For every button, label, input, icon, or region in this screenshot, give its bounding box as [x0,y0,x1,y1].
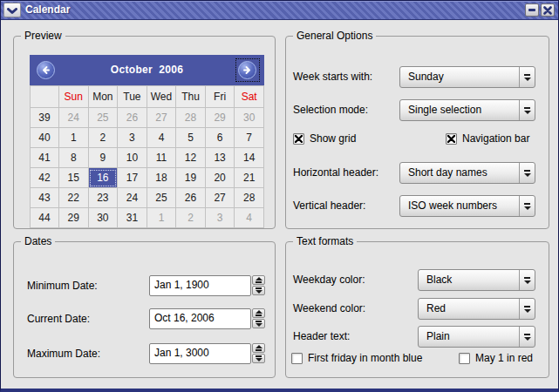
spin-up-button[interactable] [252,308,265,318]
day-cell[interactable]: 22 [59,188,89,208]
horizontal-header-combobox[interactable]: Short day names [399,162,535,184]
day-header: Mon [88,86,118,108]
day-cell[interactable]: 5 [176,128,206,148]
day-cell[interactable]: 31 [118,208,147,228]
general-options-group-title: General Options [293,30,376,42]
chevron-down-icon[interactable] [519,196,535,216]
text-formats-group-title: Text formats [293,235,357,247]
day-cell[interactable]: 18 [147,168,176,188]
day-cell-selected[interactable]: 16 [88,168,118,188]
day-cell[interactable]: 4 [235,208,264,228]
day-cell[interactable]: 30 [235,108,264,128]
day-cell[interactable]: 12 [176,148,206,168]
day-cell[interactable]: 14 [235,148,264,168]
minimize-button[interactable] [525,3,539,17]
day-cell[interactable]: 13 [205,148,235,168]
spin-up-button[interactable] [252,275,265,285]
navigation-bar-label: Navigation bar [462,132,529,146]
check-x-icon [447,135,455,143]
navigation-bar-checkbox[interactable] [446,133,457,145]
day-cell[interactable]: 19 [176,168,206,188]
chevron-down-icon[interactable] [519,67,535,87]
selection-mode-combobox[interactable]: Single selection [399,99,535,121]
day-cell[interactable]: 3 [205,208,235,228]
week-starts-with-combobox[interactable]: Sunday [399,66,535,88]
titlebar[interactable]: Calendar [1,1,558,20]
window-title: Calendar [25,1,70,19]
day-cell[interactable]: 2 [176,208,206,228]
close-icon [543,3,552,18]
day-cell[interactable]: 17 [118,168,147,188]
day-cell[interactable]: 28 [176,108,206,128]
vertical-header-combobox[interactable]: ISO week numbers [399,195,535,217]
day-cell[interactable]: 7 [235,128,264,148]
horizontal-header-label: Horizontal header: [293,162,378,184]
selection-mode-value: Single selection [408,100,481,120]
day-cell[interactable]: 15 [59,168,89,188]
week-number: 41 [31,148,59,168]
day-cell[interactable]: 6 [205,128,235,148]
spin-down-button[interactable] [252,286,265,295]
day-cell[interactable]: 21 [235,168,264,188]
chevron-down-icon[interactable] [519,100,535,120]
day-cell[interactable]: 26 [176,188,206,208]
weekday-color-label: Weekday color: [293,269,365,291]
day-cell[interactable]: 9 [88,148,118,168]
week-starts-with-value: Sunday [408,67,444,87]
day-cell[interactable]: 24 [118,188,147,208]
day-cell[interactable]: 2 [88,128,118,148]
weekday-color-combobox[interactable]: Black [418,269,535,291]
day-cell[interactable]: 24 [59,108,89,128]
spin-up-button[interactable] [252,343,265,353]
day-cell[interactable]: 28 [235,188,264,208]
day-cell[interactable]: 27 [147,108,176,128]
day-cell[interactable]: 26 [118,108,147,128]
week-starts-with-label: Week starts with: [293,66,372,88]
preview-group-title: Preview [21,30,65,42]
show-grid-label: Show grid [310,132,356,146]
day-cell[interactable]: 20 [205,168,235,188]
day-cell[interactable]: 1 [147,208,176,228]
chevron-down-icon[interactable] [519,270,535,290]
chevron-down-icon[interactable] [519,299,535,319]
chevron-down-icon [7,3,17,18]
day-cell[interactable]: 8 [59,148,89,168]
day-header: Tue [118,86,147,108]
day-cell[interactable]: 29 [205,108,235,128]
first-friday-blue-checkbox[interactable] [291,353,303,364]
vertical-header-value: ISO week numbers [408,196,497,216]
day-cell[interactable]: 4 [147,128,176,148]
day-cell[interactable]: 30 [88,208,118,228]
may-1-red-checkbox[interactable] [459,353,470,364]
day-cell[interactable]: 25 [147,188,176,208]
close-button[interactable] [541,3,555,17]
day-cell[interactable]: 11 [147,148,176,168]
day-cell[interactable]: 10 [118,148,147,168]
spin-down-button[interactable] [252,354,265,363]
day-cell[interactable]: 29 [59,208,89,228]
minimum-date-spinbox[interactable]: Jan 1, 1900 [149,275,265,296]
window-menu-button[interactable] [3,3,21,17]
maximum-date-spinbox[interactable]: Jan 1, 3000 [149,343,265,364]
day-cell[interactable]: 1 [59,128,89,148]
day-cell[interactable]: 27 [205,188,235,208]
check-x-icon [295,135,303,143]
day-header: Fri [205,86,235,108]
day-header: Wed [147,86,176,108]
day-cell[interactable]: 25 [88,108,118,128]
calendar-table[interactable]: SunMonTueWedThuFriSat3924252627282930401… [30,85,264,228]
month-year-title: October 2006 [30,55,264,85]
week-number: 42 [31,168,59,188]
next-month-button[interactable] [238,61,256,79]
show-grid-checkbox[interactable] [293,133,304,145]
chevron-down-icon[interactable] [519,327,535,347]
weekend-color-combobox[interactable]: Red [418,298,535,320]
spin-down-button[interactable] [252,319,265,328]
weekend-color-label: Weekend color: [293,298,365,320]
current-date-spinbox[interactable]: Oct 16, 2006 [149,308,265,329]
chevron-down-icon[interactable] [519,163,535,183]
header-text-combobox[interactable]: Plain [418,326,535,348]
day-cell[interactable]: 23 [88,188,118,208]
day-cell[interactable]: 3 [118,128,147,148]
week-number: 39 [31,108,59,128]
